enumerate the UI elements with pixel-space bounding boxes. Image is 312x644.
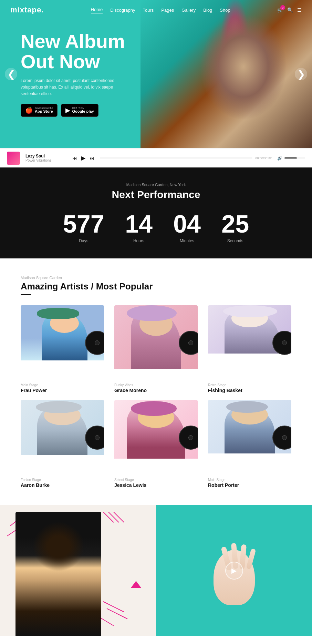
- artist-card-2[interactable]: Retro Stage Fishing Basket: [208, 305, 291, 393]
- nav-gallery[interactable]: Gallery: [181, 8, 196, 13]
- main-nav: mixtape. Home Discography Tours Pages Ga…: [0, 0, 312, 20]
- player-track-subtitle: Power Vibrations: [25, 159, 67, 162]
- svg-line-1: [108, 512, 119, 522]
- apple-icon: 🍎: [25, 106, 33, 114]
- countdown-venue: Madison Square Garden, New York: [10, 183, 302, 187]
- player-info: Lazy Soul Power Vibrations: [25, 154, 67, 162]
- countdown-seconds-num: 25: [221, 212, 249, 236]
- play-icon: ▶: [231, 566, 237, 575]
- countdown-days-num: 577: [63, 212, 104, 236]
- svg-line-5: [103, 602, 124, 612]
- artist-name-2: Fishing Basket: [208, 388, 291, 393]
- artists-grid: Main Stage Frau Power Funky Vibes Grace …: [21, 305, 291, 488]
- artists-title: Amazing Artists / Most Popular: [21, 281, 291, 292]
- artist-card-3[interactable]: Fusion Stage Aaron Burke: [21, 400, 104, 488]
- artist-name-1: Grace Moreno: [114, 388, 198, 393]
- svg-line-2: [114, 512, 124, 522]
- artist-stage-5: Main Stage: [208, 478, 291, 482]
- player-next-button[interactable]: ⏭: [90, 155, 94, 161]
- artist-stage-0: Main Stage: [21, 383, 104, 387]
- player-thumbnail: [7, 152, 20, 165]
- artist-name-4: Jessica Lewis: [114, 482, 198, 488]
- search-icon[interactable]: 🔍: [287, 7, 293, 13]
- nav-tours[interactable]: Tours: [143, 8, 154, 13]
- hero-title: New Album Out Now: [21, 31, 145, 72]
- bottom-split: ▶: [0, 505, 312, 636]
- section-divider: [21, 294, 31, 295]
- artist-stage-4: Select Stage: [114, 478, 198, 482]
- countdown-minutes: 04 Minutes: [173, 212, 201, 243]
- hero-section: mixtape. Home Discography Tours Pages Ga…: [0, 0, 312, 148]
- countdown-seconds: 25 Seconds: [221, 212, 249, 243]
- player-progress: 00:00/30:32: [100, 156, 272, 160]
- countdown-days: 577 Days: [63, 212, 104, 243]
- bottom-left-panel: [0, 505, 156, 636]
- nav-pages[interactable]: Pages: [161, 8, 174, 13]
- countdown-days-label: Days: [63, 238, 104, 243]
- play-button[interactable]: ▶: [225, 562, 243, 580]
- volume-bar[interactable]: [284, 157, 305, 159]
- artist-card-5[interactable]: Main Stage Robert Porter: [208, 400, 291, 488]
- hero-buttons: 🍎 Download on the App Store ▶ GET IT ON …: [21, 104, 291, 117]
- artist-stage-2: Retro Stage: [208, 383, 291, 387]
- appstore-text: Download on the App Store: [35, 107, 53, 113]
- countdown-hours-label: Hours: [125, 238, 153, 243]
- player-volume: 🔊: [277, 156, 305, 161]
- countdown-seconds-label: Seconds: [221, 238, 249, 243]
- countdown-grid: 577 Days 14 Hours 04 Minutes 25 Seconds: [10, 212, 302, 243]
- hero-description: Lorem ipsum dolor sit amet, postulant co…: [21, 78, 117, 98]
- artist-img-4: [114, 400, 198, 475]
- site-logo[interactable]: mixtape.: [10, 6, 44, 14]
- nav-home[interactable]: Home: [91, 7, 103, 13]
- volume-icon[interactable]: 🔊: [277, 156, 282, 161]
- teal-bg: ▶: [156, 505, 312, 636]
- nav-discography[interactable]: Discography: [110, 8, 135, 13]
- artist-card-4[interactable]: Select Stage Jessica Lewis: [114, 400, 198, 488]
- artist-card-1[interactable]: Funky Vibes Grace Moreno: [114, 305, 198, 393]
- google-icon: ▶: [65, 106, 70, 114]
- volume-fill: [284, 157, 297, 159]
- artists-venue: Madison Square Garden: [21, 276, 291, 280]
- artist-img-1: [114, 305, 198, 380]
- hero-content: New Album Out Now Lorem ipsum dolor sit …: [0, 0, 312, 148]
- svg-marker-8: [131, 581, 141, 588]
- appstore-button[interactable]: 🍎 Download on the App Store: [21, 104, 58, 117]
- artist-img-2: [208, 305, 291, 380]
- artist-img-5: [208, 400, 291, 475]
- artist-stage-3: Fusion Stage: [21, 478, 104, 482]
- countdown-section: Madison Square Garden, New York Next Per…: [0, 167, 312, 258]
- artist-img-0: [21, 305, 104, 380]
- player-controls: ⏮ ▶ ⏭: [72, 155, 94, 161]
- countdown-minutes-label: Minutes: [173, 238, 201, 243]
- artist-name-0: Frau Power: [21, 388, 104, 393]
- countdown-title: Next Performance: [10, 189, 302, 201]
- player-play-button[interactable]: ▶: [81, 155, 85, 161]
- hero-prev-arrow[interactable]: ❮: [5, 68, 17, 80]
- player-prev-button[interactable]: ⏮: [72, 155, 77, 161]
- googleplay-text: GET IT ON Google play: [72, 107, 94, 113]
- person-silhouette: [15, 512, 101, 636]
- hero-next-arrow[interactable]: ❯: [295, 68, 307, 80]
- progress-bar[interactable]: [100, 157, 252, 159]
- music-player: Lazy Soul Power Vibrations ⏮ ▶ ⏭ 00:00/3…: [0, 148, 312, 167]
- menu-icon[interactable]: ☰: [297, 7, 302, 13]
- svg-line-6: [107, 609, 127, 619]
- nav-blog[interactable]: Blog: [203, 8, 212, 13]
- player-time: 00:00/30:32: [255, 156, 272, 160]
- artist-stage-1: Funky Vibes: [114, 383, 198, 387]
- googleplay-button[interactable]: ▶ GET IT ON Google play: [61, 104, 98, 117]
- artist-img-3: [21, 400, 104, 475]
- nav-icons: 🛒0 🔍 ☰: [277, 7, 302, 13]
- artist-card-0[interactable]: Main Stage Frau Power: [21, 305, 104, 393]
- countdown-hours-num: 14: [125, 212, 153, 236]
- nav-shop[interactable]: Shop: [220, 8, 230, 13]
- countdown-minutes-num: 04: [173, 212, 201, 236]
- svg-line-0: [103, 512, 114, 522]
- player-track-title: Lazy Soul: [25, 154, 67, 159]
- artists-section: Madison Square Garden Amazing Artists / …: [0, 258, 312, 505]
- bottom-right-panel: ▶: [156, 505, 312, 636]
- artist-name-3: Aaron Burke: [21, 482, 104, 488]
- cart-icon[interactable]: 🛒0: [277, 7, 283, 13]
- countdown-hours: 14 Hours: [125, 212, 153, 243]
- artist-name-5: Robert Porter: [208, 482, 291, 488]
